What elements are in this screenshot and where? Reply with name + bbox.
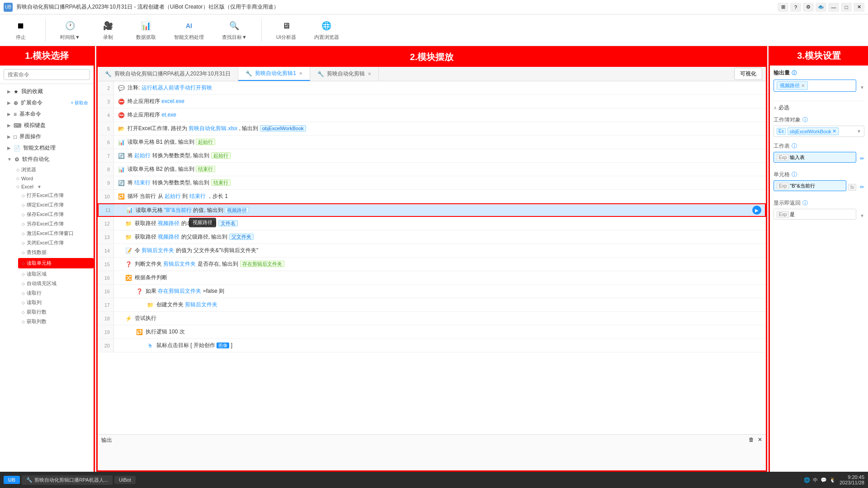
code-line-19[interactable]: 19 🔁 执行逻辑 100 次 <box>98 325 766 339</box>
sidebar-item-extensions[interactable]: ▶ ⊕ 扩展命令 + 获取命 <box>0 97 94 108</box>
code-line-7[interactable]: 7 🔄 将 起始行 转换为整数类型, 输出到 起始行 <box>98 149 766 163</box>
cell-input[interactable]: Exp "B"&当前行 <box>774 180 846 191</box>
edit-icon[interactable]: ✏ <box>860 155 864 162</box>
tab-clip1[interactable]: 🔧 剪映自动化剪辑1 ✕ <box>238 67 310 81</box>
arrow-icon: ▶ <box>7 134 11 139</box>
sidebar-item-keyboard[interactable]: ▶ ⌨ 模拟键盘 <box>0 120 94 131</box>
search-input[interactable] <box>4 69 90 80</box>
visible-button[interactable]: 可视化 <box>734 68 762 80</box>
sidebar-item-read-range[interactable]: 读取区域 <box>18 269 94 279</box>
taskbar-uibot-button[interactable]: UiBot <box>114 476 136 484</box>
code-line-2[interactable]: 2 💬 注释: 运行机器人前请手动打开剪映 <box>98 81 766 95</box>
sidebar-item-save-excel[interactable]: 保存Excel工作簿 <box>18 210 94 219</box>
code-line-14[interactable]: 14 📝 令 剪辑后文件夹 的值为 父文件夹&"\\剪辑后文件夹" <box>98 244 766 258</box>
code-line-20[interactable]: 20 🖱 鼠标点击目标 [ 开始创作 图像 ] <box>98 339 766 352</box>
sidebar-item-smart-doc[interactable]: ▶ 📄 智能文档处理 <box>0 142 94 154</box>
code-area[interactable]: 2 💬 注释: 运行机器人前请手动打开剪映 3 ⛔ 终止应用程序 excel.e… <box>98 81 766 434</box>
get-cmd-link[interactable]: + 获取命 <box>71 100 88 106</box>
tab-main[interactable]: 🔧 剪映自动化剪辑口播RPA机器人2023年10月31日 <box>98 67 238 81</box>
tab-clip2[interactable]: 🔧 剪映自动化剪辑 ✕ <box>310 67 379 81</box>
edit-icon[interactable]: ✏ <box>860 184 864 190</box>
sidebar-item-basic[interactable]: ▶ ≡ 基本命令 <box>0 108 94 120</box>
output-section: 输出量 ⓘ 视频路径 ✕ ▼ <box>774 69 864 95</box>
maximize-btn[interactable]: □ <box>841 3 852 12</box>
output-panel: 输出 🗑 ✕ <box>98 434 766 470</box>
code-line-8[interactable]: 8 📊 读取单元格 B2 的值, 输出到 结束行 <box>98 163 766 176</box>
sidebar-item-software-auto[interactable]: ▼ ⚙ 软件自动化 <box>0 154 94 165</box>
minimize-btn[interactable]: — <box>828 3 839 12</box>
timeline-button[interactable]: 🕐 时间线▼ <box>57 18 84 42</box>
convert-icon: 🔄 <box>118 179 125 187</box>
sidebar-item-excel[interactable]: Excel ▼ <box>13 183 94 191</box>
output-tag-input[interactable]: 视频路径 ✕ <box>774 80 856 92</box>
worksheet-input[interactable]: Exp 输入表 <box>774 152 856 163</box>
line-number: 15 <box>98 258 114 271</box>
if-icon: ❓ <box>136 288 143 295</box>
settings-btn[interactable]: ⚙ <box>803 3 814 12</box>
ui-analysis-button[interactable]: 🖥 UI分析器 <box>273 18 300 42</box>
stop-button[interactable]: ⏹ 停止 <box>7 18 34 42</box>
sidebar-item-word[interactable]: Word <box>13 174 94 183</box>
record-button[interactable]: 🎥 录制 <box>94 18 122 42</box>
tag-remove-icon[interactable]: ✕ <box>801 83 805 88</box>
software-icon: ⚙ <box>14 156 19 163</box>
run-button[interactable]: ▶ <box>752 206 761 215</box>
cell-info-icon: ⓘ <box>792 171 797 178</box>
code-line-3[interactable]: 3 ⛔ 终止应用程序 excel.exe <box>98 95 766 108</box>
taskbar-rpa-button[interactable]: 🔧 剪映自动化剪辑口播RPA机器人... <box>22 475 113 485</box>
worksheet-label-text: 工作表 <box>774 142 790 150</box>
sidebar-item-saveas-excel[interactable]: 另存Excel工作簿 <box>18 219 94 229</box>
inspect-button[interactable]: 🔍 查找目标▼ <box>218 18 250 42</box>
sidebar-item-activate-excel[interactable]: 激活Excel工作簿窗口 <box>18 229 94 238</box>
workbook-select[interactable]: Ex objExcelWorkBook ✕ ▼ <box>774 126 864 137</box>
sidebar-item-get-colcount[interactable]: 获取列数 <box>18 317 94 326</box>
code-line-16b[interactable]: 16 ❓ 如果 存在剪辑后文件夹 =false 则 <box>98 285 766 298</box>
sidebar-item-read-col[interactable]: 读取列 <box>18 298 94 307</box>
data-extract-button[interactable]: 📊 数据抓取 <box>132 18 160 42</box>
browser-button[interactable]: 🌐 内置浏览器 <box>311 18 343 42</box>
code-line-15[interactable]: 15 ❓ 判断文件夹 剪辑后文件夹 是否存在, 输出到 存在剪辑后文件夹 <box>98 258 766 271</box>
sidebar-item-find-data[interactable]: 查找数据 <box>18 248 94 257</box>
code-line-17[interactable]: 17 📁 创建文件夹 剪辑后文件夹 <box>98 298 766 312</box>
sidebar-item-read-row[interactable]: 读取行 <box>18 288 94 298</box>
tab-close-icon[interactable]: ✕ <box>368 71 371 76</box>
help-btn[interactable]: ? <box>790 3 801 12</box>
trash-icon[interactable]: 🗑 <box>749 436 754 444</box>
sidebar-item-favorites[interactable]: ▶ ★ 我的收藏 <box>0 86 94 97</box>
collapse-header[interactable]: ∧ 必选 <box>774 103 864 113</box>
code-line-4[interactable]: 4 ⛔ 终止应用程序 et.exe <box>98 108 766 122</box>
code-line-13[interactable]: 13 📁 获取路径 视频路径 的父级路径, 输出到 父文件夹 <box>98 230 766 244</box>
code-line-10[interactable]: 10 🔁 循环 当前行 从 起始行 到 结束行 ，步长 1 <box>98 190 766 203</box>
workbook-tag-remove[interactable]: ✕ <box>832 128 836 134</box>
code-line-11[interactable]: 11 📊 读取单元格 "B"&当前行 的值, 输出到 视频路径 ▶ 视频路径 <box>98 203 766 217</box>
sidebar-item-open-excel[interactable]: 打开Excel工作簿 <box>18 191 94 200</box>
sidebar-item-ui[interactable]: ▶ □ 界面操作 <box>0 131 94 142</box>
fx-icon[interactable]: fx <box>848 184 856 191</box>
taskbar-ub-button[interactable]: UB <box>4 476 20 484</box>
code-line-16a[interactable]: 16 🔀 根据条件判断 <box>98 271 766 285</box>
code-line-6[interactable]: 6 📊 读取单元格 B1 的值, 输出到 起始行 <box>98 136 766 149</box>
sidebar-item-autofill[interactable]: 自动填充区域 <box>18 279 94 288</box>
user-icon[interactable]: 🐟 <box>816 3 826 12</box>
sidebar-item-get-rowcount[interactable]: 获取行数 <box>18 307 94 317</box>
code-line-18[interactable]: 18 ⚡ 尝试执行 <box>98 312 766 325</box>
stop-label: 停止 <box>16 34 26 41</box>
grid-icon[interactable]: ⊞ <box>778 3 788 12</box>
ai-doc-button[interactable]: AI 智能文档处理 <box>170 18 208 42</box>
ai-doc-label: 智能文档处理 <box>174 34 204 41</box>
close-btn[interactable]: ✕ <box>854 3 864 12</box>
sidebar-item-browser[interactable]: 浏览器 <box>13 165 94 174</box>
timeline-icon: 🕐 <box>64 19 76 32</box>
sidebar-item-read-cell[interactable]: 读取单元格 <box>18 258 94 268</box>
tab-close-icon[interactable]: ✕ <box>299 71 302 76</box>
sidebar-item-close-excel[interactable]: 关闭Excel工作簿 <box>18 238 94 248</box>
code-line-9[interactable]: 9 🔄 将 结束行 转换为整数类型, 输出到 结束行 <box>98 176 766 190</box>
worksheet-section: 工作表 ⓘ Exp 输入表 ✏ <box>774 142 864 165</box>
line-text: 鼠标点击目标 [ 开始创作 图像 ] <box>156 342 232 349</box>
line-text: 根据条件判断 <box>135 274 167 282</box>
return-select[interactable]: Exp 是 <box>774 209 856 220</box>
close-output-icon[interactable]: ✕ <box>758 436 762 444</box>
sidebar-item-bind-excel[interactable]: 绑定Excel工作簿 <box>18 200 94 210</box>
comment-icon: 💬 <box>118 84 125 92</box>
code-line-5[interactable]: 5 📂 打开Excel工作簿, 路径为 剪映自动化剪辑.xlsx , 输出到 o… <box>98 122 766 136</box>
